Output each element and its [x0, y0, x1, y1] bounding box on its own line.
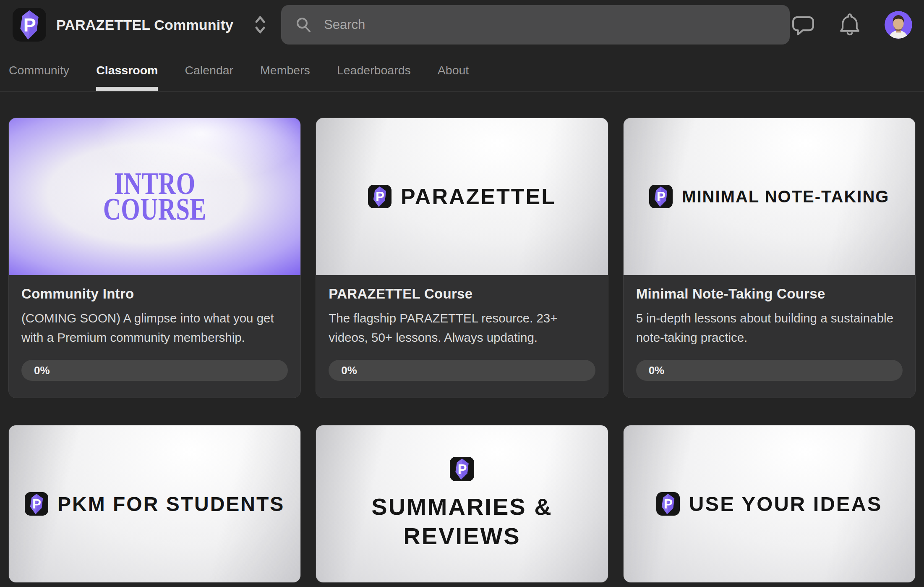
- course-title: PARAZETTEL Course: [329, 286, 595, 302]
- parazettel-logo-icon: [25, 492, 48, 516]
- parazettel-logo-icon: [450, 457, 474, 481]
- course-title: Community Intro: [21, 286, 288, 302]
- community-switcher-icon[interactable]: [254, 14, 266, 36]
- search-icon: [295, 16, 312, 34]
- course-card-body: Community Intro (COMING SOON) A glimpse …: [9, 275, 300, 398]
- course-title: Minimal Note-Taking Course: [636, 286, 903, 302]
- chat-bubble-icon: [791, 14, 815, 36]
- top-bar: PARAZETTEL Community: [0, 0, 924, 50]
- course-card-use-your-ideas[interactable]: USE YOUR IDEAS: [623, 425, 916, 583]
- course-thumbnail: PARAZETTEL: [316, 118, 608, 275]
- thumbnail-brand-text: USE YOUR IDEAS: [689, 492, 882, 516]
- course-progress-bar: 0%: [21, 360, 288, 381]
- course-card-summaries-reviews[interactable]: SUMMARIES & REVIEWS: [316, 425, 608, 583]
- course-thumbnail: INTRO COURSE: [9, 118, 300, 275]
- thumbnail-brand-text: SUMMARIES & REVIEWS: [345, 492, 579, 551]
- course-card-minimal-note-taking[interactable]: MINIMAL NOTE-TAKING Minimal Note-Taking …: [623, 118, 916, 398]
- course-progress-label: 0%: [649, 364, 665, 377]
- course-thumbnail: PKM FOR STUDENTS: [9, 425, 300, 582]
- parazettel-logo-icon: [649, 185, 673, 208]
- course-card-body: PARAZETTEL Course The flagship PARAZETTE…: [316, 275, 608, 398]
- parazettel-logo-icon: [368, 185, 392, 208]
- course-card-parazettel[interactable]: PARAZETTEL PARAZETTEL Course The flagshi…: [316, 118, 608, 398]
- community-brand: PARAZETTEL Community: [13, 8, 266, 42]
- user-avatar[interactable]: [885, 11, 912, 39]
- tab-calendar[interactable]: Calendar: [185, 50, 233, 91]
- thumbnail-brand-text: PARAZETTEL: [401, 184, 556, 209]
- messages-button[interactable]: [791, 14, 815, 36]
- thumbnail-brand-text: PKM FOR STUDENTS: [57, 493, 285, 516]
- course-card-community-intro[interactable]: INTRO COURSE Community Intro (COMING SOO…: [8, 118, 301, 398]
- tab-community[interactable]: Community: [9, 50, 69, 91]
- tab-members[interactable]: Members: [260, 50, 310, 91]
- tab-classroom[interactable]: Classroom: [96, 50, 158, 91]
- course-grid: INTRO COURSE Community Intro (COMING SOO…: [8, 118, 916, 583]
- tab-leaderboards[interactable]: Leaderboards: [337, 50, 411, 91]
- search-bar[interactable]: [281, 5, 790, 45]
- course-description: The flagship PARAZETTEL resource. 23+ vi…: [329, 309, 595, 347]
- parazettel-logo-icon: [656, 492, 680, 516]
- community-logo-icon[interactable]: [13, 8, 46, 42]
- notifications-button[interactable]: [839, 13, 860, 37]
- course-card-pkm-for-students[interactable]: PKM FOR STUDENTS: [8, 425, 301, 583]
- course-description: 5 in-depth lessons about building a sust…: [636, 309, 903, 347]
- course-progress-label: 0%: [34, 364, 50, 377]
- course-progress-label: 0%: [341, 364, 357, 377]
- search-input[interactable]: [323, 12, 776, 37]
- course-thumbnail: SUMMARIES & REVIEWS: [316, 425, 608, 582]
- community-nav: Community Classroom Calendar Members Lea…: [0, 50, 924, 92]
- avatar-photo: [885, 11, 912, 39]
- header-actions: [791, 11, 912, 39]
- course-thumbnail: MINIMAL NOTE-TAKING: [624, 118, 915, 275]
- course-card-body: Minimal Note-Taking Course 5 in-depth le…: [624, 275, 915, 398]
- bell-icon: [839, 13, 860, 37]
- course-description: (COMING SOON) A glimpse into what you ge…: [21, 309, 288, 347]
- course-progress-bar: 0%: [636, 360, 903, 381]
- thumbnail-brand-text: MINIMAL NOTE-TAKING: [682, 187, 889, 206]
- course-thumbnail: USE YOUR IDEAS: [624, 425, 915, 582]
- tab-about[interactable]: About: [438, 50, 469, 91]
- community-name[interactable]: PARAZETTEL Community: [56, 17, 233, 33]
- intro-course-artwork: INTRO COURSE: [103, 171, 206, 222]
- course-progress-bar: 0%: [329, 360, 595, 381]
